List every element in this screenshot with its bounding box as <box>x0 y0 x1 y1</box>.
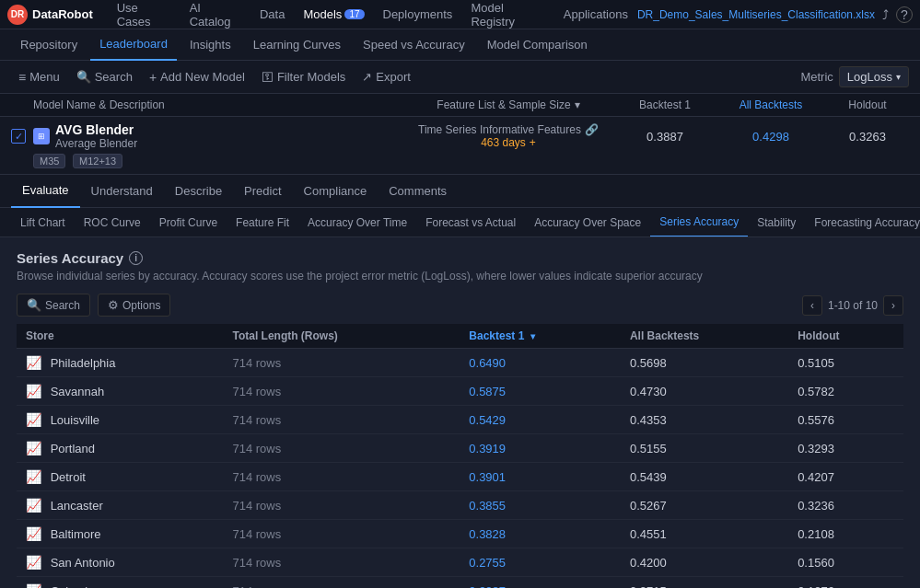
nav-deployments[interactable]: Deployments <box>374 0 462 29</box>
table-options-btn[interactable]: ⚙ Options <box>98 294 170 317</box>
holdout-cell: 0.3293 <box>788 434 903 463</box>
row-chart-icon[interactable]: 📈 <box>26 498 41 513</box>
nav-repository[interactable]: Repository <box>11 29 87 61</box>
tab-describe[interactable]: Describe <box>164 175 233 208</box>
chart-tab-lift[interactable]: Lift Chart <box>11 208 75 237</box>
chart-tabs: Lift Chart ROC Curve Profit Curve Featur… <box>0 208 920 237</box>
table-row: 📈 San Antonio 714 rows 0.2755 0.4200 0.1… <box>17 548 903 577</box>
row-chart-icon[interactable]: 📈 <box>26 412 41 427</box>
table-row: 📈 Portland 714 rows 0.3919 0.5155 0.3293 <box>17 434 903 463</box>
chart-tab-accuracy-space[interactable]: Accuracy Over Space <box>525 208 650 237</box>
row-chart-icon[interactable]: 📈 <box>26 526 41 541</box>
col-backtest1[interactable]: Backtest 1 ▾ <box>460 324 621 349</box>
model-check[interactable]: ✓ <box>11 129 26 144</box>
nav-applications[interactable]: Applications <box>554 0 637 29</box>
col-total-length[interactable]: Total Length (Rows) <box>223 324 460 349</box>
tab-predict[interactable]: Predict <box>233 175 292 208</box>
chart-tab-forecast[interactable]: Forecast vs Actual <box>416 208 525 237</box>
toolbar: ≡ Menu 🔍 Search + Add New Model ⚿ Filter… <box>0 61 920 94</box>
rows-cell: 714 rows <box>223 520 460 548</box>
chart-tab-series-accuracy[interactable]: Series Accuracy <box>650 208 748 237</box>
nav-speed-accuracy[interactable]: Speed vs Accuracy <box>354 29 474 61</box>
table-search-btn[interactable]: 🔍 Search <box>17 294 90 317</box>
tab-comments[interactable]: Comments <box>378 175 458 208</box>
table-row: 📈 Baltimore 714 rows 0.3828 0.4551 0.210… <box>17 520 903 548</box>
model-info: ✓ ⊞ AVG Blender Average Blender Time Ser… <box>0 117 920 150</box>
metric-section: Metric LogLoss ▾ <box>800 66 909 87</box>
export-label: Export <box>376 70 411 84</box>
feature-filter-icon[interactable]: ▾ <box>575 98 580 111</box>
filename[interactable]: DR_Demo_Sales_Multiseries_Classification… <box>637 8 875 21</box>
prev-page-btn[interactable]: ‹ <box>802 295 822 316</box>
bt1-cell: 0.3855 <box>460 491 621 520</box>
chart-tab-feature-fit[interactable]: Feature Fit <box>227 208 298 237</box>
nav-models-label: Models <box>303 7 342 21</box>
allbt-cell: 0.4200 <box>621 548 788 577</box>
nav-models[interactable]: Models 17 <box>294 0 373 29</box>
col-all-backtests[interactable]: All Backtests <box>621 324 788 349</box>
chart-tab-roc[interactable]: ROC Curve <box>75 208 150 237</box>
nav-insights[interactable]: Insights <box>181 29 240 61</box>
row-chart-icon[interactable]: 📈 <box>26 441 41 455</box>
store-cell: 📈 Savannah <box>17 377 223 406</box>
model-tag-m1213[interactable]: M12+13 <box>73 154 122 168</box>
row-chart-icon[interactable]: 📈 <box>26 555 41 570</box>
model-feature-info: Time Series Informative Features 🔗 463 d… <box>402 123 614 149</box>
nav-leaderboard[interactable]: Leaderboard <box>90 29 177 61</box>
tab-compliance[interactable]: Compliance <box>293 175 378 208</box>
eval-tabs: Evaluate Understand Describe Predict Com… <box>0 175 920 208</box>
filter-models-button[interactable]: ⚿ Filter Models <box>254 66 353 87</box>
row-chart-icon[interactable]: 📈 <box>26 355 41 370</box>
chart-tab-accuracy-time[interactable]: Accuracy Over Time <box>298 208 416 237</box>
chart-tab-profit[interactable]: Profit Curve <box>150 208 227 237</box>
sort-arrow: ▾ <box>530 331 535 341</box>
nav-ai-catalog[interactable]: AI Catalog <box>181 0 250 29</box>
pagination-text: 1-10 of 10 <box>828 299 878 312</box>
nav-model-comparison[interactable]: Model Comparison <box>478 29 597 61</box>
table-search-label: Search <box>45 299 80 312</box>
store-cell: 📈 Columbus <box>17 577 223 589</box>
feature-col-header: Feature List & Sample Size ▾ <box>402 98 614 111</box>
chart-tab-forecasting-accuracy[interactable]: Forecasting Accuracy <box>805 208 920 237</box>
model-tag-m35[interactable]: M35 <box>33 154 65 168</box>
add-model-button[interactable]: + Add New Model <box>142 66 252 88</box>
section-description: Browse individual series by accuracy. Ac… <box>17 270 903 282</box>
search-button[interactable]: 🔍 Search <box>69 66 140 87</box>
store-name: Philadelphia <box>51 356 116 370</box>
next-page-btn[interactable]: › <box>883 295 903 316</box>
metric-dropdown[interactable]: LogLoss ▾ <box>839 66 909 87</box>
row-chart-icon[interactable]: 📈 <box>26 469 41 484</box>
info-icon[interactable]: i <box>129 251 143 265</box>
menu-button[interactable]: ≡ Menu <box>11 66 67 88</box>
row-chart-icon[interactable]: 📈 <box>26 583 41 588</box>
table-toolbar: 🔍 Search ⚙ Options ‹ 1-10 of 10 › <box>17 294 903 317</box>
nav-use-cases[interactable]: Use Cases <box>108 0 181 29</box>
nav-learning-curves[interactable]: Learning Curves <box>244 29 350 61</box>
table-row: 📈 Savannah 714 rows 0.5875 0.4730 0.5782 <box>17 377 903 406</box>
holdout-cell: 0.1076 <box>788 577 903 589</box>
logo[interactable]: DR DataRobot <box>7 5 93 25</box>
holdout-cell: 0.5576 <box>788 406 903 434</box>
col-holdout[interactable]: Holdout <box>788 324 903 349</box>
export-button[interactable]: ↗ Export <box>355 66 418 87</box>
filter-label: Filter Models <box>277 70 345 84</box>
nav-model-registry[interactable]: Model Registry <box>461 0 553 29</box>
feature-link-icon[interactable]: 🔗 <box>585 123 599 136</box>
share-icon[interactable]: ⤴ <box>882 7 889 22</box>
nav-data[interactable]: Data <box>250 0 294 29</box>
chart-tab-stability[interactable]: Stability <box>748 208 805 237</box>
row-chart-icon[interactable]: 📈 <box>26 384 41 398</box>
col-store[interactable]: Store <box>17 324 223 349</box>
days-icon: + <box>530 136 536 149</box>
tab-understand[interactable]: Understand <box>80 175 164 208</box>
top-nav-links: Use Cases AI Catalog Data Models 17 Depl… <box>108 0 637 29</box>
help-icon[interactable]: ? <box>896 6 913 23</box>
model-name-col-header: Model Name & Description <box>33 98 402 111</box>
bt1-cell: 0.5429 <box>460 406 621 434</box>
table-row: 📈 Philadelphia 714 rows 0.6490 0.5698 0.… <box>17 349 903 377</box>
tab-evaluate[interactable]: Evaluate <box>11 175 80 208</box>
metric-label: Metric <box>800 70 833 84</box>
check-mark: ✓ <box>15 131 23 143</box>
bt1-cell: 0.3828 <box>460 520 621 548</box>
metric-value: LogLoss <box>847 70 892 84</box>
